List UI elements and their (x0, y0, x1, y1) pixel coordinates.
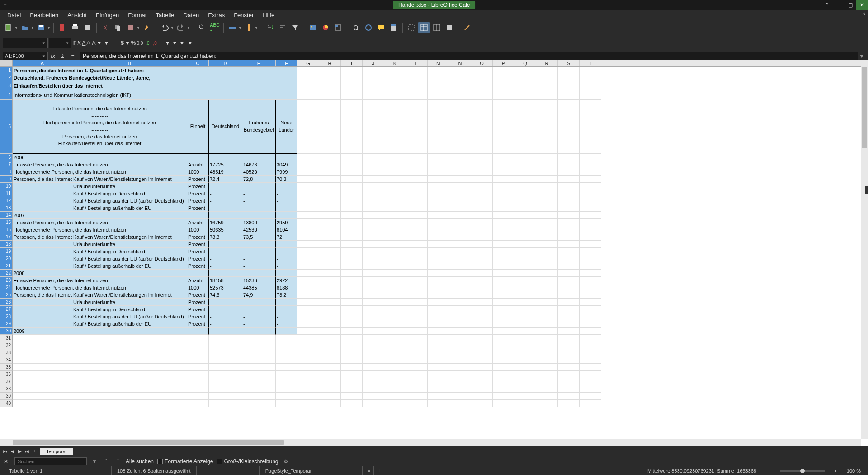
find-prev-icon[interactable]: ˄ (102, 458, 110, 465)
cell[interactable] (319, 161, 341, 168)
cell[interactable] (319, 313, 341, 320)
split-window-icon[interactable] (431, 22, 443, 33)
clone-format-icon[interactable] (141, 22, 153, 33)
cell[interactable]: Kauf / Bestellung aus der EU (außer Deut… (72, 255, 187, 262)
cell[interactable] (276, 349, 297, 356)
cell[interactable] (319, 299, 341, 306)
tab-prev-icon[interactable]: ◀ (9, 449, 16, 454)
cell[interactable] (428, 291, 449, 299)
cell[interactable]: Hochgerechnete Personen, die das Interne… (13, 226, 187, 233)
cell[interactable] (319, 226, 341, 233)
cell[interactable] (536, 233, 558, 241)
cell[interactable] (341, 378, 363, 385)
cell[interactable] (536, 212, 558, 219)
cell[interactable] (514, 100, 536, 154)
cell[interactable] (449, 291, 471, 299)
cell[interactable] (319, 284, 341, 291)
cell[interactable] (384, 277, 406, 284)
cell[interactable]: - (209, 313, 242, 320)
new-doc-icon[interactable] (3, 22, 14, 33)
cell[interactable] (493, 212, 514, 219)
cell[interactable] (428, 306, 449, 313)
find-next-icon[interactable]: ˅ (114, 458, 122, 465)
cell[interactable]: 74,6 (209, 291, 242, 299)
cell[interactable] (242, 154, 276, 161)
cell[interactable]: - (276, 299, 297, 306)
cell[interactable]: Prozent (187, 306, 209, 313)
cell[interactable] (580, 154, 601, 161)
cell[interactable] (209, 385, 242, 393)
cell[interactable] (72, 371, 187, 378)
cell[interactable] (536, 226, 558, 233)
cell[interactable] (580, 393, 601, 400)
cell[interactable] (297, 90, 319, 100)
cell[interactable] (319, 183, 341, 190)
cell[interactable]: - (209, 320, 242, 328)
cell[interactable] (471, 335, 493, 342)
cell[interactable]: 2006 (13, 154, 187, 161)
cell[interactable] (406, 378, 428, 385)
cell[interactable] (406, 313, 428, 320)
cell[interactable] (493, 204, 514, 212)
cell[interactable]: - (209, 197, 242, 204)
cell[interactable]: Kauf / Bestellung außerhalb der EU (72, 262, 187, 270)
cell[interactable] (428, 364, 449, 371)
cell[interactable] (242, 328, 276, 335)
cell[interactable] (187, 393, 209, 400)
cell[interactable] (580, 161, 601, 168)
cell[interactable] (493, 190, 514, 197)
cell[interactable] (406, 67, 428, 74)
cell[interactable]: - (242, 262, 276, 270)
cell[interactable] (72, 349, 187, 356)
cell[interactable] (297, 393, 319, 400)
find-all-button[interactable]: Alle suchen (126, 458, 154, 465)
cell[interactable] (428, 226, 449, 233)
cell[interactable] (297, 74, 319, 81)
cell[interactable] (297, 385, 319, 393)
cell[interactable]: - (276, 204, 297, 212)
cell[interactable] (536, 255, 558, 262)
row-header[interactable]: 10 (0, 183, 13, 190)
cell[interactable] (341, 176, 363, 183)
cell[interactable] (13, 313, 72, 320)
cell[interactable] (471, 226, 493, 233)
undo-dropdown[interactable]: ▼ (170, 26, 174, 30)
cell[interactable]: Kauf von Waren/Dienstleistungen im Inter… (72, 291, 187, 299)
cell[interactable] (363, 183, 384, 190)
cell[interactable] (363, 270, 384, 277)
cell[interactable] (449, 204, 471, 212)
cell[interactable]: - (209, 183, 242, 190)
cell[interactable] (319, 335, 341, 342)
row-header[interactable]: 21 (0, 262, 13, 270)
cell[interactable] (384, 299, 406, 306)
cell[interactable]: Personen, die das Internet nutzen (13, 291, 72, 299)
cell[interactable] (297, 219, 319, 226)
cell[interactable] (319, 168, 341, 176)
cell[interactable] (341, 371, 363, 378)
cell[interactable]: Prozent (187, 248, 209, 255)
cell[interactable] (558, 183, 580, 190)
cell[interactable]: Anzahl (187, 161, 209, 168)
cell[interactable] (514, 197, 536, 204)
cell[interactable] (493, 270, 514, 277)
cell[interactable] (493, 313, 514, 320)
cell[interactable] (363, 378, 384, 385)
row-header[interactable]: 4 (0, 90, 13, 100)
cell[interactable] (406, 255, 428, 262)
tab-next-icon[interactable]: ▶ (16, 449, 24, 454)
cell[interactable] (297, 197, 319, 204)
cell[interactable]: Deutschland (209, 100, 242, 154)
status-selection-mode[interactable]: ▫ (363, 466, 374, 475)
cell[interactable] (341, 74, 363, 81)
cell[interactable] (558, 291, 580, 299)
cell[interactable] (341, 190, 363, 197)
cell[interactable] (319, 176, 341, 183)
cell[interactable] (406, 81, 428, 90)
cell[interactable] (558, 313, 580, 320)
cell[interactable] (449, 190, 471, 197)
col-header-G[interactable]: G (297, 60, 319, 66)
cell[interactable] (242, 371, 276, 378)
cell[interactable] (406, 190, 428, 197)
cell[interactable] (242, 212, 276, 219)
cell[interactable] (471, 299, 493, 306)
